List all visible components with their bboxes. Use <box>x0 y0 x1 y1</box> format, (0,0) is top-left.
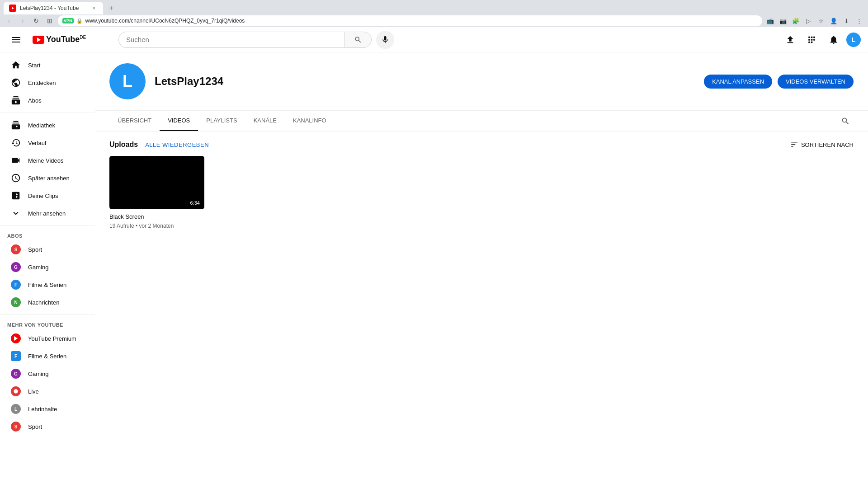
svg-marker-0 <box>12 7 14 9</box>
video-card[interactable]: 6:34 Black Screen 19 Aufrufe • vor 2 Mon… <box>109 156 204 233</box>
tab-ubersicht[interactable]: ÜBERSICHT <box>109 111 160 131</box>
sidebar-item-gaming2[interactable]: G Gaming <box>4 365 91 382</box>
hamburger-menu[interactable] <box>7 31 25 49</box>
browser-chrome: LetsPlay1234 - YouTube × + ‹ › ↻ ⊞ VPN 🔒… <box>0 0 868 27</box>
svg-marker-4 <box>14 336 18 341</box>
profile-icon[interactable]: 👤 <box>828 15 839 26</box>
section-header: Uploads ALLE WIEDERGEBEN SORTIEREN NACH <box>109 141 854 149</box>
video-thumbnail[interactable]: 6:34 <box>109 156 204 209</box>
download-icon[interactable]: ⬇ <box>841 15 852 26</box>
sidebar-item-filme2-label: Filme & Serien <box>28 353 66 360</box>
sidebar-item-mediathek[interactable]: Mediathek <box>4 117 91 134</box>
sidebar-divider-3 <box>0 314 95 315</box>
tab-kanale[interactable]: KANÄLE <box>245 111 285 131</box>
sidebar-item-lehrinhalte[interactable]: L Lehrinhalte <box>4 400 91 418</box>
svg-rect-2 <box>12 39 20 40</box>
channel-tabs: ÜBERSICHT VIDEOS PLAYLISTS KANÄLE KANALI… <box>95 111 868 131</box>
sidebar-item-entdecken[interactable]: Entdecken <box>4 74 91 91</box>
tab-title: LetsPlay1234 - YouTube <box>20 5 87 11</box>
sidebar-item-sport[interactable]: S Sport <box>4 241 91 258</box>
nachrichten-icon: N <box>11 297 21 307</box>
lock-icon: 🔒 <box>76 18 83 24</box>
player-icon[interactable]: ▷ <box>803 15 814 26</box>
main-content: L LetsPlay1234 KANAL ANPASSEN VIDEOS VER… <box>95 52 868 488</box>
sidebar-item-verlauf[interactable]: Verlauf <box>4 134 91 151</box>
gaming-icon: G <box>11 262 21 272</box>
svg-point-5 <box>14 389 18 393</box>
extensions-button[interactable]: ⊞ <box>44 15 55 26</box>
live-icon <box>11 386 21 396</box>
sidebar-item-clips[interactable]: Deine Clips <box>4 187 91 204</box>
sidebar-item-yt-premium[interactable]: YouTube Premium <box>4 330 91 347</box>
channel-name: LetsPlay1234 <box>155 75 223 88</box>
tab-videos[interactable]: VIDEOS <box>160 111 198 131</box>
search-button[interactable] <box>344 32 372 48</box>
youtube-logo[interactable]: YouTubeDE <box>33 35 86 44</box>
notifications-button[interactable] <box>825 31 843 49</box>
sidebar-item-meine-videos[interactable]: Meine Videos <box>4 152 91 169</box>
tab-playlists[interactable]: PLAYLISTS <box>198 111 245 131</box>
sidebar-item-start-label: Start <box>28 62 40 69</box>
video-views: 19 Aufrufe <box>109 223 134 229</box>
sidebar-item-spaeter[interactable]: Später ansehen <box>4 169 91 187</box>
forward-button[interactable]: › <box>17 15 28 26</box>
tab-favicon <box>9 5 16 12</box>
yt-logo-icon <box>33 36 44 44</box>
sidebar-divider-2 <box>0 225 95 226</box>
search-input[interactable] <box>118 32 344 48</box>
tab-kanalinfo[interactable]: KANALINFO <box>285 111 335 131</box>
watch-later-icon <box>11 173 21 183</box>
extension-icon[interactable]: 🧩 <box>790 15 801 26</box>
sidebar-item-filme2[interactable]: F Filme & Serien <box>4 347 91 365</box>
bookmark-icon[interactable]: ☆ <box>816 15 826 26</box>
channel-header: L LetsPlay1234 KANAL ANPASSEN VIDEOS VER… <box>95 52 868 111</box>
sidebar-item-gaming[interactable]: G Gaming <box>4 258 91 276</box>
sidebar-item-nachrichten[interactable]: N Nachrichten <box>4 294 91 311</box>
address-bar[interactable]: VPN 🔒 www.youtube.com/channel/UCocN6zQPH… <box>58 15 762 26</box>
sidebar-item-live[interactable]: Live <box>4 383 91 400</box>
toolbar-icons: 📺 📷 🧩 ▷ ☆ 👤 ⬇ ⋮ <box>765 15 864 26</box>
yt-logo-sup: DE <box>80 35 86 40</box>
screenshot-icon[interactable]: 📷 <box>778 15 788 26</box>
user-avatar[interactable]: L <box>846 33 861 47</box>
sidebar-item-start[interactable]: Start <box>4 56 91 74</box>
sidebar-item-yt-premium-label: YouTube Premium <box>28 335 76 342</box>
apps-button[interactable] <box>803 31 821 49</box>
tab-close-button[interactable]: × <box>90 5 98 12</box>
video-meta: 19 Aufrufe • vor 2 Monaten <box>109 223 204 229</box>
new-tab-button[interactable]: + <box>105 2 118 14</box>
channel-tab-search[interactable] <box>837 111 854 131</box>
cast-icon[interactable]: 📺 <box>765 15 776 26</box>
sport-icon: S <box>11 244 21 254</box>
filme2-icon: F <box>11 351 21 361</box>
videos-verwalten-button[interactable]: VIDEOS VERWALTEN <box>778 75 854 89</box>
home-icon <box>11 60 21 70</box>
clips-icon <box>11 191 21 201</box>
sidebar-item-sport2[interactable]: S Sport <box>4 418 91 435</box>
video-title: Black Screen <box>109 213 204 221</box>
browser-tabs: LetsPlay1234 - YouTube × + <box>0 0 868 14</box>
sort-button[interactable]: SORTIEREN NACH <box>790 141 854 149</box>
upload-button[interactable] <box>781 31 799 49</box>
sidebar-item-entdecken-label: Entdecken <box>28 80 56 86</box>
header-left: YouTubeDE <box>7 31 111 49</box>
gaming2-icon: G <box>11 369 21 379</box>
chevron-down-icon <box>11 208 21 218</box>
sidebar-item-mediathek-label: Mediathek <box>28 122 55 129</box>
sidebar-item-mehr-ansehen[interactable]: Mehr ansehen <box>4 205 91 222</box>
svg-rect-3 <box>12 42 20 42</box>
subscriptions-icon <box>11 95 21 105</box>
menu-icon[interactable]: ⋮ <box>854 15 864 26</box>
sidebar-item-mehr-label: Mehr ansehen <box>28 210 66 217</box>
kanal-anpassen-button[interactable]: KANAL ANPASSEN <box>704 75 772 89</box>
yt-premium-icon <box>11 333 21 343</box>
sidebar-item-live-label: Live <box>28 388 39 395</box>
play-all-button[interactable]: ALLE WIEDERGEBEN <box>145 141 209 148</box>
sidebar-item-abos[interactable]: Abos <box>4 92 91 109</box>
sidebar-item-filme[interactable]: F Filme & Serien <box>4 276 91 293</box>
refresh-button[interactable]: ↻ <box>31 15 42 26</box>
back-button[interactable]: ‹ <box>4 15 14 26</box>
active-tab[interactable]: LetsPlay1234 - YouTube × <box>4 2 103 14</box>
sidebar-mehr-section: MEHR VON YOUTUBE <box>0 319 95 329</box>
mic-button[interactable] <box>376 31 394 49</box>
